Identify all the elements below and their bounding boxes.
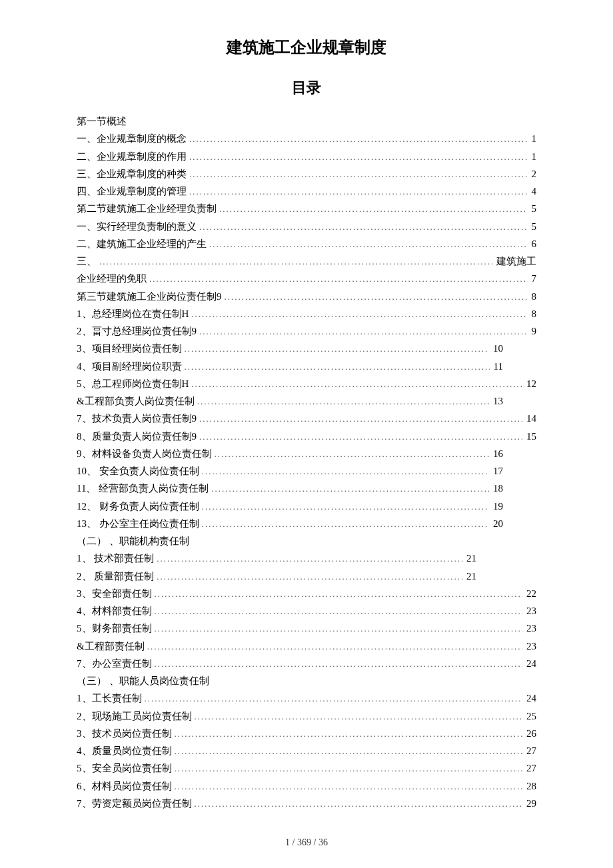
toc-label: 第一节概述 xyxy=(77,116,127,127)
toc-entry: 企业经理的免职7 xyxy=(77,270,536,287)
toc-leader-dots xyxy=(172,761,523,777)
toc-leader-dots xyxy=(199,500,489,515)
toc-entry: 第三节建筑施工企业岗位责任制98 xyxy=(77,288,536,305)
toc-page-number: 4 xyxy=(528,183,537,200)
toc-leader-dots xyxy=(172,744,523,759)
toc-page-number: 10 xyxy=(489,340,503,357)
toc-entry: 4、材料部责任制23 xyxy=(77,602,536,620)
toc-label: 6、材料员岗位责任制 xyxy=(77,777,172,795)
toc-page-number: 28 xyxy=(522,777,536,795)
toc-label: 3、技术员岗位责任制 xyxy=(77,725,172,742)
toc-entry: 1、工长责任制24 xyxy=(77,689,536,707)
toc-page-number: 26 xyxy=(522,725,536,742)
toc-page-number: 16 xyxy=(489,445,503,462)
toc-leader-dots xyxy=(152,622,523,637)
toc-page-number: 17 xyxy=(489,462,503,480)
toc-leader-dots xyxy=(154,570,462,585)
toc-label: 2、 质量部责任制 xyxy=(77,568,154,585)
toc-entry: 第二节建筑施工企业经理负责制5 xyxy=(77,200,536,217)
toc-label: （三） 、职能人员岗位责任制 xyxy=(77,675,209,686)
toc-page-number: 22 xyxy=(522,585,536,602)
toc-page-number: 13 xyxy=(489,392,503,410)
toc-entry: 6、材料员岗位责任制28 xyxy=(77,777,536,795)
toc-entry: 2、畐寸总经理岗位责任制99 xyxy=(77,322,536,340)
toc-leader-dots xyxy=(152,587,523,602)
toc-entry: 12、 财务负责人岗位责任制19 xyxy=(77,498,536,515)
toc-label: 11、 经营部负责人岗位责任制 xyxy=(77,480,209,497)
toc-leader-dots xyxy=(152,604,523,620)
toc-label: 7、技术负责人岗位责任制9 xyxy=(77,410,197,427)
toc-page-number: 27 xyxy=(522,759,536,777)
toc-page-number: 建筑施工 xyxy=(492,252,536,270)
toc-entry: 5、财务部责任制23 xyxy=(77,620,536,637)
toc-page-number: 15 xyxy=(522,428,536,445)
toc-entry: 三、企业规章制度的种类2 xyxy=(77,165,536,183)
toc-label: 1、 技术部责任制 xyxy=(77,550,154,567)
toc-leader-dots xyxy=(187,167,528,183)
toc-leader-dots xyxy=(145,640,522,655)
toc-leader-dots xyxy=(142,691,523,707)
toc-label: 4、项目副经理岗位职责 xyxy=(77,358,182,375)
toc-label: 三、 xyxy=(77,252,97,270)
toc-leader-dots xyxy=(152,657,523,672)
toc-entry: &工程部责任制23 xyxy=(77,638,536,655)
toc-label: 第二节建筑施工企业经理负责制 xyxy=(77,200,217,217)
toc-page-number: 18 xyxy=(489,480,503,497)
toc-entry: 三、建筑施工 xyxy=(77,252,536,270)
toc-leader-dots xyxy=(187,185,528,200)
toc-page-number: 23 xyxy=(522,602,536,620)
toc-page-number: 1 xyxy=(528,148,537,165)
toc-page-number: 8 xyxy=(528,305,537,322)
toc-label: 9、材料设备负责人岗位责任制 xyxy=(77,445,212,462)
toc-entry: 5、安全员岗位责任制27 xyxy=(77,759,536,777)
toc-entry: 10、 安全负责人岗位责任制17 xyxy=(77,462,536,480)
toc-page-number: 19 xyxy=(489,498,503,515)
toc-entry: 3、安全部责任制22 xyxy=(77,585,536,602)
toc-entry: 二、企业规章制度的作用1 xyxy=(77,148,536,165)
toc-leader-dots xyxy=(222,290,528,305)
toc-entry: 一、企业规章制度的概念1 xyxy=(77,130,536,147)
toc-leader-dots xyxy=(199,517,489,532)
toc-entry: 1、 技术部责任制21 xyxy=(77,550,536,567)
toc-entry: 5、总工程师岗位责任制H12 xyxy=(77,375,536,392)
toc-leader-dots xyxy=(192,797,523,812)
toc-label: 二、建筑施工企业经理的产生 xyxy=(77,235,207,252)
toc-leader-dots xyxy=(207,237,528,252)
toc-leader-dots xyxy=(187,132,528,147)
toc-page-number: 1 xyxy=(528,130,537,147)
toc-entry: 9、材料设备负责人岗位责任制16 xyxy=(77,445,536,462)
page-footer: 1 / 369 / 36 xyxy=(0,837,613,848)
toc-label: 第三节建筑施工企业岗位责任制9 xyxy=(77,288,222,305)
toc-leader-dots xyxy=(195,394,489,410)
toc-page-number: 5 xyxy=(528,218,537,235)
toc-entry: 3、项目经理岗位责任制10 xyxy=(77,340,536,357)
toc-label: 3、安全部责任制 xyxy=(77,585,152,602)
toc-entry: （二） 、职能机构责任制 xyxy=(77,532,536,550)
toc-label: 2、现场施工员岗位责任制 xyxy=(77,707,192,725)
toc-label: 10、 安全负责人岗位责任制 xyxy=(77,462,199,480)
toc-label: 三、企业规章制度的种类 xyxy=(77,165,187,183)
toc-entry: &工程部负责人岗位责任制13 xyxy=(77,392,536,410)
toc-leader-dots xyxy=(212,447,490,462)
toc-label: 4、质量员岗位责任制 xyxy=(77,742,172,759)
toc-label: 5、总工程师岗位责任制H xyxy=(77,375,189,392)
toc-page-number: 29 xyxy=(522,795,536,812)
toc-leader-dots xyxy=(197,220,528,235)
toc-container: 第一节概述一、企业规章制度的概念1二、企业规章制度的作用1三、企业规章制度的种类… xyxy=(77,113,536,812)
toc-label: 5、安全员岗位责任制 xyxy=(77,759,172,777)
toc-entry: 1、总经理岗位在责任制H8 xyxy=(77,305,536,322)
toc-leader-dots xyxy=(172,727,523,742)
toc-entry: 2、 质量部责任制21 xyxy=(77,568,536,585)
toc-page-number: 9 xyxy=(528,322,537,340)
toc-entry: 第一节概述 xyxy=(77,113,536,130)
toc-page-number: 23 xyxy=(522,638,536,655)
toc-leader-dots xyxy=(172,779,523,795)
toc-label: &工程部责任制 xyxy=(77,638,145,655)
toc-page-number: 21 xyxy=(462,568,476,585)
toc-leader-dots xyxy=(217,202,528,217)
toc-leader-dots xyxy=(97,254,492,270)
toc-leader-dots xyxy=(147,272,528,287)
toc-leader-dots xyxy=(197,412,522,427)
toc-entry: 四、企业规章制度的管理4 xyxy=(77,183,536,200)
toc-page-number: 12 xyxy=(522,375,536,392)
